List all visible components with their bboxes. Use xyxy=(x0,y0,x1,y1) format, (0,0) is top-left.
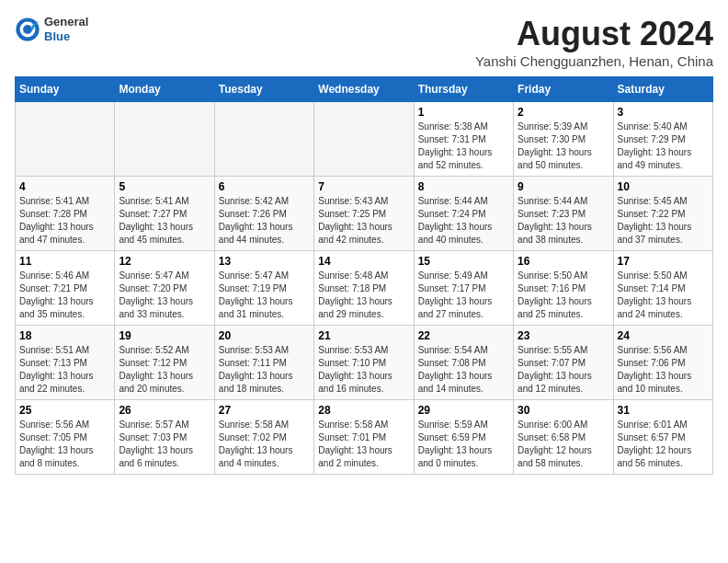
calendar-cell: 1Sunrise: 5:38 AM Sunset: 7:31 PM Daylig… xyxy=(414,102,513,177)
day-number: 23 xyxy=(518,329,609,342)
day-number: 30 xyxy=(518,404,609,417)
title-block: August 2024 Yanshi Chengguanzhen, Henan,… xyxy=(475,15,713,69)
calendar-cell: 31Sunrise: 6:01 AM Sunset: 6:57 PM Dayli… xyxy=(613,400,712,475)
day-number: 11 xyxy=(19,255,110,268)
day-info: Sunrise: 5:55 AM Sunset: 7:07 PM Dayligh… xyxy=(518,344,609,396)
day-number: 16 xyxy=(518,255,609,268)
day-number: 13 xyxy=(219,255,310,268)
day-number: 18 xyxy=(19,329,110,342)
day-number: 26 xyxy=(119,404,210,417)
day-number: 7 xyxy=(318,180,409,193)
day-info: Sunrise: 5:53 AM Sunset: 7:11 PM Dayligh… xyxy=(219,344,310,396)
day-number: 17 xyxy=(618,255,709,268)
day-info: Sunrise: 5:58 AM Sunset: 7:01 PM Dayligh… xyxy=(318,419,409,470)
weekday-header-saturday: Saturday xyxy=(613,77,712,102)
week-row-5: 25Sunrise: 5:56 AM Sunset: 7:05 PM Dayli… xyxy=(16,400,713,475)
day-number: 15 xyxy=(418,255,509,268)
day-info: Sunrise: 5:48 AM Sunset: 7:18 PM Dayligh… xyxy=(318,270,409,321)
day-info: Sunrise: 5:39 AM Sunset: 7:30 PM Dayligh… xyxy=(518,121,609,172)
calendar-cell: 12Sunrise: 5:47 AM Sunset: 7:20 PM Dayli… xyxy=(115,251,214,326)
calendar-cell: 20Sunrise: 5:53 AM Sunset: 7:11 PM Dayli… xyxy=(214,326,313,400)
calendar-cell xyxy=(214,102,313,177)
calendar-cell: 8Sunrise: 5:44 AM Sunset: 7:24 PM Daylig… xyxy=(414,177,513,251)
weekday-header-wednesday: Wednesday xyxy=(314,77,414,102)
calendar-cell: 9Sunrise: 5:44 AM Sunset: 7:23 PM Daylig… xyxy=(514,177,613,251)
calendar-cell xyxy=(314,102,414,177)
day-info: Sunrise: 6:00 AM Sunset: 6:58 PM Dayligh… xyxy=(518,419,609,470)
day-info: Sunrise: 5:47 AM Sunset: 7:19 PM Dayligh… xyxy=(219,270,310,321)
day-info: Sunrise: 5:53 AM Sunset: 7:10 PM Dayligh… xyxy=(318,344,409,396)
day-info: Sunrise: 5:57 AM Sunset: 7:03 PM Dayligh… xyxy=(119,419,210,470)
day-info: Sunrise: 5:50 AM Sunset: 7:16 PM Dayligh… xyxy=(518,270,609,321)
logo-blue: Blue xyxy=(44,29,88,44)
day-info: Sunrise: 5:50 AM Sunset: 7:14 PM Dayligh… xyxy=(618,270,709,321)
weekday-header-sunday: Sunday xyxy=(16,77,115,102)
day-info: Sunrise: 5:45 AM Sunset: 7:22 PM Dayligh… xyxy=(618,195,709,247)
calendar-cell: 15Sunrise: 5:49 AM Sunset: 7:17 PM Dayli… xyxy=(414,251,513,326)
day-number: 28 xyxy=(318,404,409,417)
calendar-cell: 2Sunrise: 5:39 AM Sunset: 7:30 PM Daylig… xyxy=(514,102,613,177)
day-number: 6 xyxy=(219,180,310,193)
calendar-cell: 19Sunrise: 5:52 AM Sunset: 7:12 PM Dayli… xyxy=(115,326,214,400)
day-number: 10 xyxy=(618,180,709,193)
location: Yanshi Chengguanzhen, Henan, China xyxy=(475,53,713,69)
calendar-cell: 23Sunrise: 5:55 AM Sunset: 7:07 PM Dayli… xyxy=(514,326,613,400)
day-info: Sunrise: 5:56 AM Sunset: 7:06 PM Dayligh… xyxy=(618,344,709,396)
day-info: Sunrise: 5:42 AM Sunset: 7:26 PM Dayligh… xyxy=(219,195,310,247)
day-number: 9 xyxy=(518,180,609,193)
weekday-header-monday: Monday xyxy=(115,77,214,102)
week-row-4: 18Sunrise: 5:51 AM Sunset: 7:13 PM Dayli… xyxy=(16,326,713,400)
day-info: Sunrise: 5:58 AM Sunset: 7:02 PM Dayligh… xyxy=(219,419,310,470)
day-number: 21 xyxy=(318,329,409,342)
day-number: 29 xyxy=(418,404,509,417)
day-number: 19 xyxy=(119,329,210,342)
day-info: Sunrise: 5:44 AM Sunset: 7:24 PM Dayligh… xyxy=(418,195,509,247)
day-number: 22 xyxy=(418,329,509,342)
calendar-cell: 21Sunrise: 5:53 AM Sunset: 7:10 PM Dayli… xyxy=(314,326,414,400)
day-number: 24 xyxy=(618,329,709,342)
day-number: 27 xyxy=(219,404,310,417)
day-number: 12 xyxy=(119,255,210,268)
calendar-cell: 24Sunrise: 5:56 AM Sunset: 7:06 PM Dayli… xyxy=(613,326,712,400)
day-number: 3 xyxy=(618,106,709,119)
weekday-header-row: SundayMondayTuesdayWednesdayThursdayFrid… xyxy=(16,77,713,102)
day-number: 5 xyxy=(119,180,210,193)
day-info: Sunrise: 5:44 AM Sunset: 7:23 PM Dayligh… xyxy=(518,195,609,247)
calendar-cell: 13Sunrise: 5:47 AM Sunset: 7:19 PM Dayli… xyxy=(214,251,313,326)
day-number: 20 xyxy=(219,329,310,342)
day-info: Sunrise: 5:41 AM Sunset: 7:28 PM Dayligh… xyxy=(19,195,110,247)
calendar-cell: 30Sunrise: 6:00 AM Sunset: 6:58 PM Dayli… xyxy=(514,400,613,475)
day-info: Sunrise: 5:38 AM Sunset: 7:31 PM Dayligh… xyxy=(418,121,509,172)
calendar-cell xyxy=(115,102,214,177)
day-info: Sunrise: 5:56 AM Sunset: 7:05 PM Dayligh… xyxy=(19,419,110,470)
day-info: Sunrise: 5:54 AM Sunset: 7:08 PM Dayligh… xyxy=(418,344,509,396)
logo-icon xyxy=(15,17,40,42)
day-number: 4 xyxy=(19,180,110,193)
calendar-cell xyxy=(16,102,115,177)
day-info: Sunrise: 5:51 AM Sunset: 7:13 PM Dayligh… xyxy=(19,344,110,396)
day-number: 14 xyxy=(318,255,409,268)
calendar-cell: 16Sunrise: 5:50 AM Sunset: 7:16 PM Dayli… xyxy=(514,251,613,326)
day-info: Sunrise: 5:52 AM Sunset: 7:12 PM Dayligh… xyxy=(119,344,210,396)
day-number: 31 xyxy=(618,404,709,417)
calendar-cell: 11Sunrise: 5:46 AM Sunset: 7:21 PM Dayli… xyxy=(16,251,115,326)
calendar-cell: 27Sunrise: 5:58 AM Sunset: 7:02 PM Dayli… xyxy=(214,400,313,475)
calendar-cell: 28Sunrise: 5:58 AM Sunset: 7:01 PM Dayli… xyxy=(314,400,414,475)
calendar-cell: 6Sunrise: 5:42 AM Sunset: 7:26 PM Daylig… xyxy=(214,177,313,251)
day-info: Sunrise: 5:41 AM Sunset: 7:27 PM Dayligh… xyxy=(119,195,210,247)
calendar-table: SundayMondayTuesdayWednesdayThursdayFrid… xyxy=(15,76,713,475)
calendar-cell: 22Sunrise: 5:54 AM Sunset: 7:08 PM Dayli… xyxy=(414,326,513,400)
calendar-cell: 5Sunrise: 5:41 AM Sunset: 7:27 PM Daylig… xyxy=(115,177,214,251)
weekday-header-thursday: Thursday xyxy=(414,77,513,102)
weekday-header-tuesday: Tuesday xyxy=(214,77,313,102)
calendar-cell: 4Sunrise: 5:41 AM Sunset: 7:28 PM Daylig… xyxy=(16,177,115,251)
week-row-3: 11Sunrise: 5:46 AM Sunset: 7:21 PM Dayli… xyxy=(16,251,713,326)
calendar-cell: 3Sunrise: 5:40 AM Sunset: 7:29 PM Daylig… xyxy=(613,102,712,177)
calendar-cell: 14Sunrise: 5:48 AM Sunset: 7:18 PM Dayli… xyxy=(314,251,414,326)
calendar-cell: 29Sunrise: 5:59 AM Sunset: 6:59 PM Dayli… xyxy=(414,400,513,475)
day-info: Sunrise: 5:47 AM Sunset: 7:20 PM Dayligh… xyxy=(119,270,210,321)
calendar-cell: 26Sunrise: 5:57 AM Sunset: 7:03 PM Dayli… xyxy=(115,400,214,475)
logo: General Blue xyxy=(15,15,88,43)
weekday-header-friday: Friday xyxy=(514,77,613,102)
day-number: 8 xyxy=(418,180,509,193)
